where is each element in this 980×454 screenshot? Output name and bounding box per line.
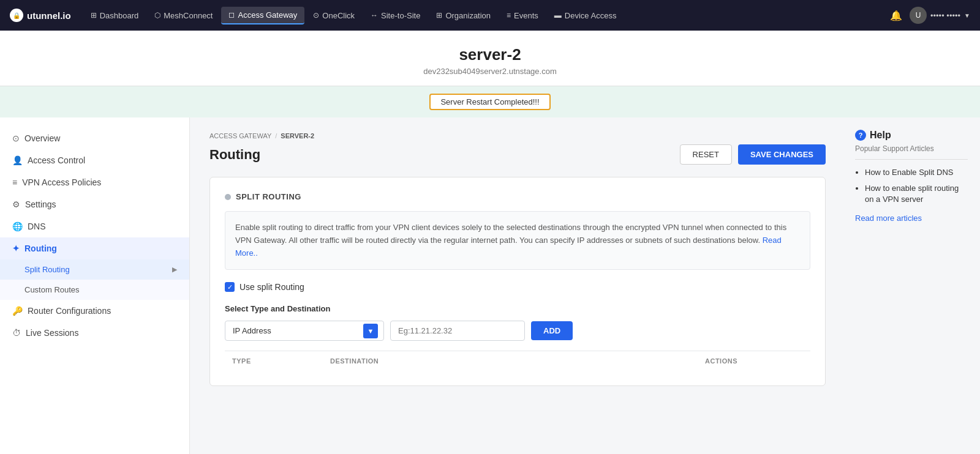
oneclick-icon: ⊙	[313, 11, 319, 20]
type-select[interactable]: IP Address Subnet	[225, 321, 384, 341]
col-actions: ACTIONS	[705, 357, 803, 365]
routing-icon: ✦	[12, 244, 20, 253]
help-icon: ?	[855, 130, 866, 141]
nav-site-to-site[interactable]: ↔ Site-to-Site	[363, 7, 428, 24]
sidebar-item-access-control[interactable]: 👤 Access Control	[0, 149, 189, 171]
vpn-policies-icon: ≡	[12, 177, 17, 187]
meshconnect-icon: ⬡	[154, 11, 160, 20]
settings-icon: ⚙	[12, 199, 20, 209]
table-header: TYPE DESTINATION ACTIONS	[225, 351, 810, 371]
page-title: Routing	[209, 147, 260, 163]
router-config-icon: 🔑	[12, 306, 23, 316]
main-content: ACCESS GATEWAY / SERVER-2 Routing RESET …	[190, 117, 845, 454]
nav-items: ⊞ Dashboard ⬡ MeshConnect ◻ Access Gatew…	[83, 7, 888, 24]
sidebar-sub-routing: Split Routing ▶ Custom Routes	[0, 259, 189, 300]
type-select-wrapper: IP Address Subnet ▼	[225, 321, 384, 341]
breadcrumb-separator: /	[275, 132, 277, 140]
use-split-routing-row: ✓ Use split Routing	[225, 282, 810, 292]
help-title: ? Help	[855, 130, 968, 141]
sidebar-item-routing[interactable]: ✦ Routing	[0, 237, 189, 259]
help-subtitle: Popular Support Articles	[855, 144, 968, 160]
read-more-articles-link[interactable]: Read more articles	[855, 214, 922, 223]
help-article-0[interactable]: How to Enable Split DNS	[865, 167, 968, 178]
live-sessions-icon: ⏱	[12, 328, 21, 338]
breadcrumb: ACCESS GATEWAY / SERVER-2	[209, 132, 826, 140]
sidebar-subitem-custom-routes[interactable]: Custom Routes	[0, 280, 189, 300]
restart-message: Server Restart Completed!!!	[429, 94, 550, 110]
sidebar-subitem-split-routing[interactable]: Split Routing ▶	[0, 259, 189, 280]
page-header: Routing RESET SAVE CHANGES	[209, 144, 826, 165]
sidebar-item-settings[interactable]: ⚙ Settings	[0, 193, 189, 215]
sidebar: ⊙ Overview 👤 Access Control ≡ VPN Access…	[0, 117, 190, 454]
use-split-routing-label[interactable]: Use split Routing	[239, 282, 304, 292]
sidebar-item-vpn-access-policies[interactable]: ≡ VPN Access Policies	[0, 171, 189, 193]
server-header: server-2 dev232sub4049server2.utnstage.c…	[0, 31, 980, 86]
nav-device-access[interactable]: ▬ Device Access	[547, 7, 624, 24]
chevron-right-icon: ▶	[172, 266, 177, 274]
server-domain: dev232sub4049server2.utnstage.com	[10, 67, 970, 76]
dns-icon: 🌐	[12, 221, 23, 231]
sidebar-item-router-configurations[interactable]: 🔑 Router Configurations	[0, 300, 189, 322]
section-description: Enable split routing to direct traffic f…	[235, 223, 786, 245]
events-icon: ≡	[507, 11, 511, 20]
section-indicator	[225, 194, 231, 200]
nav-dashboard[interactable]: ⊞ Dashboard	[83, 7, 146, 24]
nav-oneclick[interactable]: ⊙ OneClick	[306, 7, 362, 24]
form-section-title: Select Type and Destination	[225, 304, 810, 313]
help-article-1[interactable]: How to enable split routing on a VPN ser…	[865, 183, 968, 205]
check-icon: ✓	[227, 283, 233, 291]
logo-icon: 🔒	[10, 9, 23, 22]
section-header: SPLIT ROUTING	[225, 192, 810, 201]
user-menu[interactable]: U ••••• ••••• ▼	[910, 7, 970, 24]
destination-input[interactable]	[390, 321, 525, 341]
info-box: Enable split routing to direct traffic f…	[225, 211, 810, 270]
page-actions: RESET SAVE CHANGES	[680, 144, 826, 165]
save-changes-button[interactable]: SAVE CHANGES	[738, 144, 826, 165]
section-title: SPLIT ROUTING	[236, 192, 301, 201]
overview-icon: ⊙	[12, 133, 20, 143]
server-name: server-2	[10, 45, 970, 64]
breadcrumb-current: SERVER-2	[281, 132, 314, 140]
nav-organization[interactable]: ⊞ Organization	[429, 7, 498, 24]
use-split-routing-checkbox[interactable]: ✓	[225, 282, 235, 292]
col-destination: DESTINATION	[330, 357, 705, 365]
device-access-icon: ▬	[554, 11, 562, 20]
reset-button[interactable]: RESET	[680, 144, 732, 165]
chevron-down-icon: ▼	[964, 12, 970, 19]
sidebar-item-live-sessions[interactable]: ⏱ Live Sessions	[0, 322, 189, 344]
breadcrumb-parent[interactable]: ACCESS GATEWAY	[209, 132, 271, 140]
col-type: TYPE	[232, 357, 330, 365]
nav-right: 🔔 U ••••• ••••• ▼	[890, 7, 970, 24]
nav-events[interactable]: ≡ Events	[499, 7, 546, 24]
logo[interactable]: 🔒 utunnel.io	[10, 9, 71, 22]
username: ••••• •••••	[930, 11, 960, 20]
sidebar-item-dns[interactable]: 🌐 DNS	[0, 215, 189, 237]
access-control-icon: 👤	[12, 155, 23, 165]
top-navigation: 🔒 utunnel.io ⊞ Dashboard ⬡ MeshConnect ◻…	[0, 0, 980, 31]
main-layout: ⊙ Overview 👤 Access Control ≡ VPN Access…	[0, 117, 980, 454]
nav-access-gateway[interactable]: ◻ Access Gateway	[221, 7, 304, 24]
split-routing-section: SPLIT ROUTING Enable split routing to di…	[209, 177, 826, 386]
help-panel: ? Help Popular Support Articles How to E…	[845, 117, 980, 454]
avatar: U	[910, 7, 927, 24]
nav-meshconnect[interactable]: ⬡ MeshConnect	[147, 7, 220, 24]
restart-banner: Server Restart Completed!!!	[0, 86, 980, 117]
access-gateway-icon: ◻	[228, 10, 235, 19]
add-button[interactable]: ADD	[531, 321, 573, 340]
dashboard-icon: ⊞	[91, 11, 97, 20]
logo-text: utunnel.io	[27, 10, 71, 21]
help-articles-list: How to Enable Split DNS How to enable sp…	[855, 167, 968, 206]
site-to-site-icon: ↔	[371, 11, 378, 20]
type-destination-row: IP Address Subnet ▼ ADD	[225, 321, 810, 341]
sidebar-item-overview[interactable]: ⊙ Overview	[0, 127, 189, 149]
bell-icon[interactable]: 🔔	[890, 10, 902, 21]
organization-icon: ⊞	[436, 11, 442, 20]
